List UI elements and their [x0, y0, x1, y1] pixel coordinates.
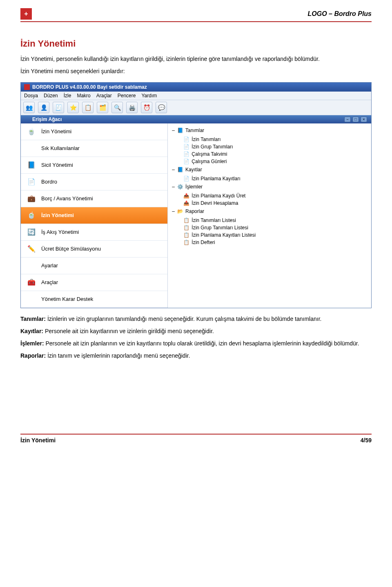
collapse-icon[interactable]: – — [172, 184, 175, 190]
sidebar-item-izin-yonetimi[interactable]: 🍵 İzin Yönetimi — [21, 207, 167, 224]
toolbar-button[interactable]: 🔍 — [111, 102, 123, 113]
sidebar-item-borc-avans[interactable]: 💼 Borç / Avans Yönetimi — [21, 190, 167, 207]
toolbar-button[interactable]: 👤 — [38, 102, 49, 113]
tree-node-izin-defteri[interactable]: 📋 İzin Defteri — [183, 239, 367, 246]
sidebar-item-label: Araçlar — [41, 279, 58, 285]
panel-icon — [25, 117, 30, 122]
tree-node-label: Raporlar — [185, 208, 204, 214]
tree-node-label: İzin Tanımları Listesi — [192, 217, 236, 223]
menu-item[interactable]: Araçlar — [96, 93, 112, 99]
tree-node-izin-planlama-kaydi-uret[interactable]: 📤 İzin Planlama Kaydı Üret — [183, 192, 367, 199]
sidebar-item-sik-kullanilanlar[interactable]: Sık Kullanılanlar — [21, 140, 167, 157]
menu-item[interactable]: Dosya — [24, 93, 38, 99]
definition-label: Kayıtlar: — [20, 328, 43, 334]
menu-item[interactable]: Düzen — [44, 93, 58, 99]
logo-icon: + — [20, 8, 32, 20]
app-titlebar: BORDRO PLUS v4.03.00.00 Bayi setidir sat… — [21, 83, 371, 92]
sidebar-item-izin-yonetimi-top[interactable]: 🍵 İzin Yönetimi — [21, 123, 167, 140]
sidebar-item-araclar[interactable]: 🧰 Araçlar — [21, 274, 167, 291]
definition-kayitlar: Kayıtlar: Personele ait izin kayıtlarını… — [20, 327, 372, 335]
tree-node-label: İzin Tanımları — [192, 137, 220, 142]
toolbar-button[interactable]: 📋 — [82, 102, 94, 113]
toolbar-button[interactable]: 🖨️ — [126, 102, 138, 113]
tree-node-izin-planlama-kayitlari-listesi[interactable]: 📋 İzin Planlama Kayıtları Listesi — [183, 231, 367, 239]
pencil-icon: ✏️ — [26, 244, 37, 254]
minimize-button[interactable]: – — [344, 117, 351, 122]
app-panes: 🍵 İzin Yönetimi Sık Kullanılanlar 📘 Sici… — [21, 123, 371, 308]
collapse-icon[interactable]: – — [172, 167, 175, 173]
sidebar: 🍵 İzin Yönetimi Sık Kullanılanlar 📘 Sici… — [21, 123, 168, 308]
list-icon: 📋 — [183, 225, 189, 231]
tree-node-label: Tanımlar — [185, 128, 204, 133]
tree-node-izin-tanimlari[interactable]: 📄 İzin Tanımları — [183, 136, 367, 143]
section-title: İzin Yönetimi — [20, 38, 372, 49]
sidebar-item-label: Yönetim Karar Destek — [41, 296, 93, 302]
tree-node-islemler[interactable]: – ⚙️ İşlemler 📤 İzin Planlama Kaydı Üret… — [172, 183, 367, 208]
export-icon: 📤 — [183, 193, 189, 199]
tree-node-kayitlar[interactable]: – 📘 Kayıtlar 📄 İzin Planlama Kayıtları — [172, 166, 367, 183]
tree-node-label: Çalışma Takvimi — [192, 151, 227, 157]
toolbar-button[interactable]: 🧾 — [53, 102, 64, 113]
page-footer: İzin Yönetimi 4/59 — [20, 434, 372, 444]
sidebar-item-label: Bordro — [41, 179, 57, 185]
sidebar-item-bordro[interactable]: 📄 Bordro — [21, 174, 167, 190]
menu-item[interactable]: Makro — [77, 93, 90, 99]
menu-item[interactable]: Yardım — [141, 93, 157, 99]
definition-raporlar: Raporlar: İzin tanım ve işlemlerinin rap… — [20, 352, 372, 360]
sidebar-item-label: İzin Yönetimi — [41, 128, 71, 134]
tree-node-label: İzin Planlama Kayıtları Listesi — [192, 232, 256, 238]
toolbox-icon: 🧰 — [26, 278, 37, 287]
sidebar-item-yonetim-karar[interactable]: Yönetim Karar Destek — [21, 291, 167, 308]
sidebar-item-is-akis[interactable]: 🔄 İş Akış Yönetimi — [21, 224, 167, 241]
definition-text: İzinlerin ve izin gruplarının tanımlandı… — [47, 316, 322, 322]
sidebar-item-label: Ayarlar — [41, 262, 58, 269]
definition-text: Personele ait izin planlarının ve izin k… — [45, 340, 359, 347]
toolbar-button[interactable]: ⏰ — [141, 102, 152, 113]
sidebar-item-label: Sicil Yönetimi — [41, 162, 73, 168]
tree-node-label: Çalışma Günleri — [192, 159, 227, 164]
tree-node-tanimlar[interactable]: – 📘 Tanımlar 📄 İzin Tanımları 📄 İzin Gru… — [172, 127, 367, 166]
tree-node-izin-planlama-kayitlari[interactable]: 📄 İzin Planlama Kayıtları — [183, 175, 367, 182]
close-button[interactable]: × — [361, 117, 367, 122]
app-toolbar: 👥 👤 🧾 ⭐ 📋 🗂️ 🔍 🖨️ ⏰ 💬 — [21, 100, 371, 115]
toolbar-button[interactable]: ⭐ — [67, 102, 79, 113]
list-icon: 📋 — [183, 232, 189, 238]
toolbar-button[interactable]: 💬 — [156, 102, 167, 113]
folder-icon: 📂 — [177, 208, 183, 214]
collapse-icon[interactable]: – — [172, 128, 175, 133]
menu-lead-paragraph: İzin Yönetimi menü seçenekleri şunlardır… — [20, 67, 372, 75]
tree-node-raporlar[interactable]: – 📂 Raporlar 📋 İzin Tanımları Listesi 📋 … — [172, 208, 367, 247]
collapse-icon[interactable]: – — [172, 208, 175, 214]
sidebar-item-sicil-yonetimi[interactable]: 📘 Sicil Yönetimi — [21, 157, 167, 174]
footer-page-number: 4/59 — [361, 437, 372, 444]
sidebar-item-label: Borç / Avans Yönetimi — [41, 195, 93, 202]
tree-node-calisma-takvimi[interactable]: 📄 Çalışma Takvimi — [183, 150, 367, 158]
tree-node-label: İzin Planlama Kayıtları — [192, 176, 240, 181]
toolbar-button[interactable]: 👥 — [23, 102, 35, 113]
tree-view: – 📘 Tanımlar 📄 İzin Tanımları 📄 İzin Gru… — [168, 123, 371, 308]
tree-node-label: İzin Devri Hesaplama — [192, 200, 238, 206]
blank-icon — [26, 294, 37, 304]
menu-item[interactable]: Pencere — [118, 93, 136, 99]
tree-node-izin-grup-tanimlari-listesi[interactable]: 📋 İzin Grup Tanımları Listesi — [183, 224, 367, 231]
tree-node-calisma-gunleri[interactable]: 📄 Çalışma Günleri — [183, 158, 367, 165]
tree-node-izin-devri-hesaplama[interactable]: 📤 İzin Devri Hesaplama — [183, 199, 367, 207]
briefcase-icon: 💼 — [26, 194, 37, 204]
sidebar-item-ucret-butce[interactable]: ✏️ Ücret Bütçe Simülasyonu — [21, 241, 167, 258]
menu-item[interactable]: İzle — [64, 93, 71, 99]
sidebar-item-ayarlar[interactable]: Ayarlar — [21, 258, 167, 274]
workflow-icon: 🔄 — [26, 227, 37, 237]
list-icon: 📋 — [183, 240, 189, 245]
gear-icon: ⚙️ — [177, 184, 183, 190]
definition-text: Personele ait izin kayıtlarının ve izinl… — [45, 328, 214, 334]
tree-node-izin-grup-tanimlari[interactable]: 📄 İzin Grup Tanımları — [183, 143, 367, 150]
tree-node-izin-tanimlari-listesi[interactable]: 📋 İzin Tanımları Listesi — [183, 217, 367, 224]
tree-node-label: İzin Grup Tanımları — [192, 144, 233, 150]
book-icon: 📘 — [26, 160, 37, 170]
toolbar-button[interactable]: 🗂️ — [97, 102, 108, 113]
book-icon: 📘 — [177, 128, 183, 133]
sidebar-item-label: İş Akış Yönetimi — [41, 229, 79, 235]
maximize-button[interactable]: □ — [352, 117, 359, 122]
blank-icon — [26, 261, 37, 271]
tree-node-label: İzin Planlama Kaydı Üret — [192, 193, 245, 199]
